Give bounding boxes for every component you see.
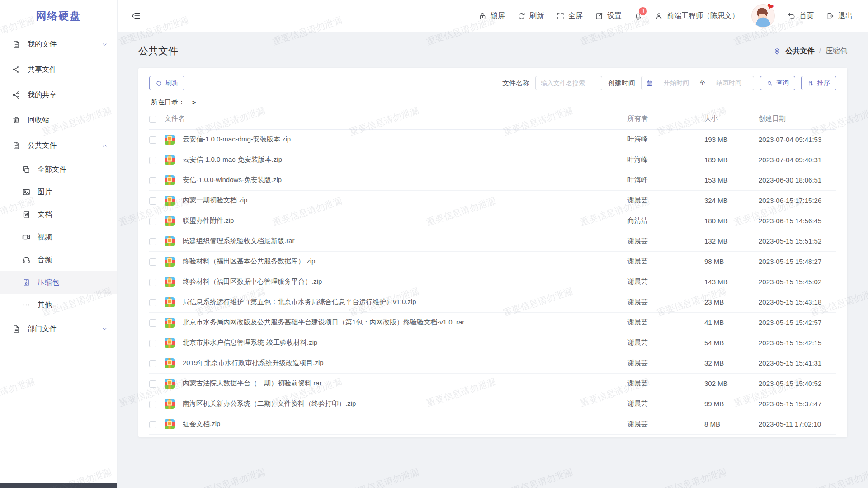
query-button[interactable]: 查询 [760, 76, 795, 90]
sidebar-item-archives[interactable]: 压缩包 [0, 271, 117, 294]
topbar-lock-screen[interactable]: 锁屏 [478, 11, 505, 21]
file-owner: 谢晨芸 [627, 353, 704, 373]
file-name-link[interactable]: 红会文档.zip [183, 420, 220, 427]
sidebar-item-shared-files[interactable]: 共享文件 [0, 57, 117, 82]
directory-root-arrow[interactable]: > [192, 99, 196, 106]
row-checkbox[interactable] [149, 157, 156, 164]
date-range-picker[interactable]: 开始时间 至 结束时间 [641, 76, 754, 90]
file-owner: 谢晨芸 [627, 190, 704, 211]
column-header-size: 大小 [704, 108, 759, 129]
topbar-home[interactable]: 首页 [787, 11, 814, 21]
row-checkbox[interactable] [149, 340, 156, 347]
query-button-label: 查询 [776, 79, 789, 87]
topbar-notifications[interactable]: 3 [634, 12, 642, 20]
sidebar-item-my-files[interactable]: 我的文件 [0, 32, 117, 57]
row-checkbox[interactable] [149, 319, 156, 327]
select-all-checkbox[interactable] [149, 116, 156, 123]
zip-file-icon [165, 196, 175, 206]
topbar-user[interactable]: 前端工程师（陈思文） [655, 11, 739, 21]
file-name-link[interactable]: 安信-1.0.0-windows-免安装版.zip [183, 176, 282, 183]
table-row: 局信息系统运行维护（第五包：北京市水务局综合信息平台运行维护）v1.0.zip谢… [149, 292, 836, 312]
file-size: 324 MB [704, 190, 759, 211]
file-table: 文件名 所有者 大小 创建日期 云安信-1.0.0-mac-dmg-安装版本.z… [149, 108, 836, 435]
file-name-link[interactable]: 终验材料（福田区数据中心管理服务平台）.zip [183, 277, 322, 285]
table-row: 内蒙古法院大数据平台（二期）初验前资料.rar谢晨芸302 MB2023-05-… [149, 373, 836, 394]
column-header-name: 文件名 [165, 108, 627, 129]
table-row: 2019年北京市水行政审批系统升级改造项目.zip谢晨芸32 MB2023-05… [149, 353, 836, 373]
date-range-separator: 至 [699, 79, 706, 87]
file-name-link[interactable]: 2019年北京市水行政审批系统升级改造项目.zip [183, 359, 324, 366]
row-checkbox[interactable] [149, 360, 156, 367]
file-name-link[interactable]: 南海区机关新办公系统（二期）文件资料（终验打印）.zip [183, 399, 356, 407]
sidebar-item-others[interactable]: 其他 [0, 294, 117, 316]
file-icon [12, 324, 21, 333]
user-avatar[interactable]: ❤ [751, 4, 775, 28]
row-checkbox[interactable] [149, 177, 156, 184]
file-owner: 叶海峰 [627, 150, 704, 170]
file-name-link[interactable]: 局信息系统运行维护（第五包：北京市水务局综合信息平台运行维护）v1.0.zip [183, 298, 416, 305]
sidebar-item-images[interactable]: 图片 [0, 181, 117, 203]
file-name-link[interactable]: 北京市水务局内网改版及公共服务基础平台建设项目（第1包：内网改版）终验验文档-v… [183, 318, 464, 326]
sidebar-item-videos[interactable]: 视频 [0, 226, 117, 249]
file-created-date: 2023-05-15 15:43:18 [759, 292, 836, 312]
sidebar-item-dept-files[interactable]: 部门文件 [0, 316, 117, 342]
page-title: 公共文件 [138, 44, 178, 58]
zip-file-icon [165, 257, 175, 267]
sidebar-item-recycle-bin[interactable]: 回收站 [0, 108, 117, 133]
file-name-link[interactable]: 北京市排水户信息管理系统-竣工验收材料.zip [183, 338, 317, 346]
table-row: 北京市水务局内网改版及公共服务基础平台建设项目（第1包：内网改版）终验验文档-v… [149, 312, 836, 333]
sidebar-item-label: 我的共享 [28, 90, 57, 100]
file-owner: 谢晨芸 [627, 251, 704, 272]
sidebar-item-label: 部门文件 [28, 324, 57, 334]
sidebar-item-public-files[interactable]: 公共文件 [0, 133, 117, 158]
file-owner: 商清清 [627, 211, 704, 231]
file-size: 32 MB [704, 353, 759, 373]
breadcrumb-current: 压缩包 [826, 47, 847, 56]
end-date-placeholder[interactable]: 结束时间 [708, 79, 749, 87]
topbar-logout[interactable]: 退出 [826, 11, 853, 21]
row-checkbox[interactable] [149, 136, 156, 144]
sidebar-item-all-files[interactable]: 全部文件 [0, 158, 117, 181]
file-name-link[interactable]: 联盟办件附件.zip [183, 216, 234, 224]
collapse-sidebar-icon[interactable] [131, 11, 141, 21]
logout-icon [826, 12, 835, 20]
start-date-placeholder[interactable]: 开始时间 [656, 79, 697, 87]
table-row: 民建组织管理系统验收文档最新版.rar谢晨芸132 MB2023-05-15 1… [149, 231, 836, 251]
refresh-button[interactable]: 刷新 [149, 76, 184, 90]
file-name-link[interactable]: 内蒙古法院大数据平台（二期）初验前资料.rar [183, 379, 322, 387]
sidebar-item-label: 公共文件 [28, 141, 57, 150]
file-created-date: 2023-05-15 15:48:27 [759, 251, 836, 272]
sidebar-item-audio[interactable]: 音频 [0, 249, 117, 271]
sort-button[interactable]: 排序 [801, 76, 836, 90]
sidebar-item-documents[interactable]: 文档 [0, 203, 117, 226]
table-row: 云安信-1.0.0-mac-dmg-安装版本.zip叶海峰193 MB2023-… [149, 129, 836, 150]
row-checkbox[interactable] [149, 380, 156, 388]
column-header-date: 创建日期 [759, 108, 836, 129]
file-name-link[interactable]: 云安信-1.0.0-mac-dmg-安装版本.zip [183, 135, 291, 143]
topbar-fullscreen[interactable]: 全屏 [556, 11, 583, 21]
file-created-date: 2023-07-04 09:41:53 [759, 129, 836, 150]
row-checkbox[interactable] [149, 299, 156, 306]
zip-file-icon [165, 318, 175, 328]
filename-search-input[interactable] [535, 76, 602, 90]
topbar-refresh[interactable]: 刷新 [517, 11, 544, 21]
row-checkbox[interactable] [149, 401, 156, 408]
file-size: 41 MB [704, 312, 759, 333]
row-checkbox[interactable] [149, 421, 156, 428]
topbar-settings[interactable]: 设置 [595, 11, 622, 21]
row-checkbox[interactable] [149, 279, 156, 286]
file-name-link[interactable]: 民建组织管理系统验收文档最新版.rar [183, 237, 295, 244]
file-name-link[interactable]: 云安信-1.0.0-mac-免安装版本.zip [183, 155, 282, 163]
sidebar-item-my-shares[interactable]: 我的共享 [0, 82, 117, 108]
avatar-heart-decoration: ❤ [765, 1, 775, 13]
row-checkbox[interactable] [149, 218, 156, 225]
row-checkbox[interactable] [149, 197, 156, 205]
topbar-fullscreen-label: 全屏 [568, 11, 583, 21]
file-name-link[interactable]: 终验材料（福田区基本公共服务数据库）.zip [183, 257, 315, 265]
breadcrumb-root[interactable]: 公共文件 [786, 47, 815, 56]
row-checkbox[interactable] [149, 238, 156, 245]
zip-file-icon [165, 419, 175, 429]
file-name-link[interactable]: 内蒙一期初验文档.zip [183, 196, 247, 204]
row-checkbox[interactable] [149, 258, 156, 266]
table-row: 红会文档.zip谢晨芸8 MB2023-05-11 17:02:10 [149, 414, 836, 434]
